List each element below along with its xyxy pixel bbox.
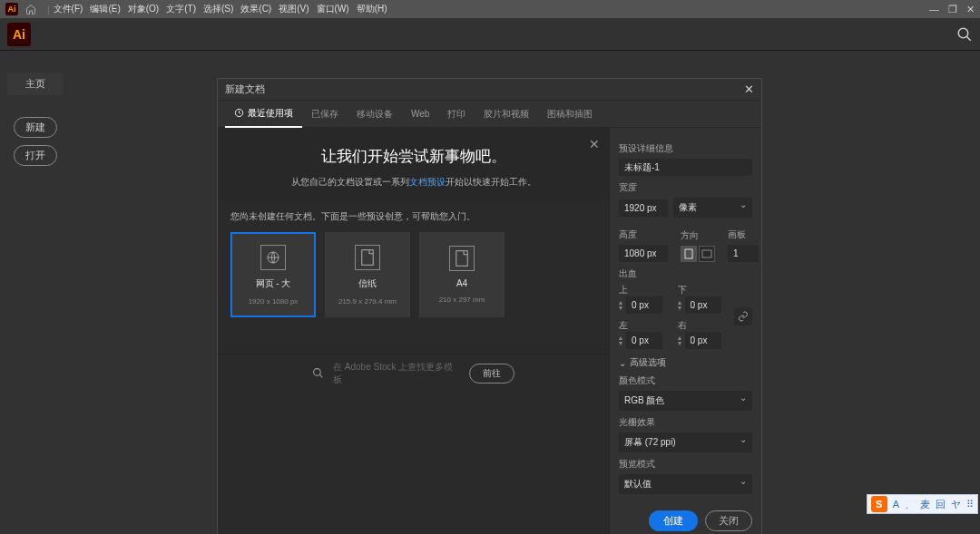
menu-select[interactable]: 选择(S) [203, 3, 233, 15]
doc-name-input[interactable] [619, 159, 752, 176]
raster-dropdown[interactable]: 屏幕 (72 ppi) [619, 432, 752, 452]
menu-help[interactable]: 帮助(H) [357, 3, 387, 15]
svg-line-7 [319, 374, 322, 377]
search-icon[interactable] [956, 26, 973, 43]
ime-item-2[interactable]: 回 [936, 498, 946, 511]
preset-details-panel: 预设详细信息 宽度 像素 高度 方向 [609, 128, 761, 534]
height-input[interactable] [619, 245, 668, 262]
details-header: 预设详细信息 [619, 142, 752, 155]
preset-web-large[interactable]: 网页 - 大 1920 x 1080 px [230, 232, 316, 317]
menubar: Ai | 文件(F) 编辑(E) 对象(O) 文字(T) 选择(S) 效果(C)… [0, 0, 980, 18]
app-toolbar: Ai [0, 18, 980, 51]
chevron-down-icon: ⌄ [619, 358, 626, 368]
bleed-left-label: 左 [619, 319, 669, 332]
window-controls: — ❐ ✕ [929, 4, 975, 15]
menu-effect[interactable]: 效果(C) [240, 3, 271, 15]
width-input[interactable] [619, 199, 668, 217]
hero-link[interactable]: 文档预设 [409, 177, 446, 187]
bleed-bottom-input[interactable] [685, 296, 721, 314]
ime-logo-icon[interactable]: S [871, 496, 887, 512]
dialog-titlebar: 新建文档 ✕ [218, 79, 761, 101]
tab-mobile[interactable]: 移动设备 [348, 101, 402, 128]
minimize-icon[interactable]: — [929, 4, 939, 15]
ime-mic-icon[interactable]: 麦 [920, 498, 930, 511]
menu-edit[interactable]: 编辑(E) [90, 3, 120, 15]
dialog-left: ✕ 让我们开始尝试新事物吧。 从您自己的文档设置或一系列文档预设开始以快速开始工… [218, 128, 609, 534]
tab-recent[interactable]: 最近使用项 [225, 101, 302, 128]
svg-point-6 [314, 369, 321, 376]
close-button[interactable]: 关闭 [705, 510, 752, 531]
menu-window[interactable]: 窗口(W) [317, 3, 349, 15]
svg-rect-8 [685, 249, 692, 258]
home-icon[interactable] [25, 4, 36, 15]
tab-saved[interactable]: 已保存 [302, 101, 348, 128]
dialog-title: 新建文档 [225, 83, 265, 96]
create-button[interactable]: 创建 [649, 510, 698, 531]
bleed-top-input[interactable] [626, 296, 662, 314]
svg-rect-4 [362, 249, 373, 265]
bleed-top-label: 上 [619, 284, 669, 296]
menu-view[interactable]: 视图(V) [279, 3, 309, 15]
orientation-portrait-icon[interactable] [681, 246, 697, 262]
ime-toolbar[interactable]: S A 、 麦 回 ヤ ⠿ [867, 494, 978, 514]
stock-placeholder[interactable]: 在 Adobe Stock 上查找更多模板 [333, 361, 460, 386]
left-panel: 主页 新建 打开 [7, 73, 62, 173]
instruction-text: 您尚未创建任何文档。下面是一些预设创意，可帮助您入门。 [218, 201, 609, 232]
ime-item-3[interactable]: ヤ [951, 498, 961, 511]
bleed-right-input[interactable] [685, 332, 721, 349]
bleed-label: 出血 [619, 267, 752, 280]
menu-type[interactable]: 文字(T) [166, 3, 196, 15]
open-button[interactable]: 打开 [14, 145, 57, 166]
ime-grip-icon[interactable]: ⠿ [966, 499, 974, 510]
hero-title: 让我们开始尝试新事物吧。 [240, 146, 587, 167]
preview-label: 预览模式 [619, 458, 752, 471]
stepper-icon[interactable]: ▴▾ [619, 335, 622, 346]
stock-search-bar: 在 Adobe Stock 上查找更多模板 前往 [218, 354, 609, 392]
app-logo-large-icon: Ai [7, 23, 31, 46]
svg-line-1 [966, 36, 971, 41]
orientation-label: 方向 [681, 229, 715, 242]
artboards-label: 画板 [728, 228, 759, 241]
stock-search-icon[interactable] [312, 367, 324, 379]
menu-object[interactable]: 对象(O) [128, 3, 159, 15]
orientation-landscape-icon[interactable] [699, 246, 715, 262]
new-button[interactable]: 新建 [14, 117, 57, 138]
tab-print[interactable]: 打印 [438, 101, 475, 128]
units-dropdown[interactable]: 像素 [673, 198, 752, 218]
height-label: 高度 [619, 228, 668, 241]
preview-dropdown[interactable]: 默认值 [619, 474, 752, 494]
tab-film[interactable]: 胶片和视频 [475, 101, 538, 128]
hero-text: 从您自己的文档设置或一系列文档预设开始以快速开始工作。 [240, 176, 587, 189]
tab-recent-label: 最近使用项 [248, 107, 293, 120]
color-mode-label: 颜色模式 [619, 374, 752, 387]
tab-web[interactable]: Web [402, 101, 438, 128]
advanced-toggle[interactable]: ⌄ 高级选项 [619, 356, 752, 369]
preset-a4[interactable]: A4 210 x 297 mm [419, 232, 505, 317]
web-preset-icon [260, 245, 286, 270]
hero-close-icon[interactable]: ✕ [589, 137, 600, 151]
dialog-tabs: 最近使用项 已保存 移动设备 Web 打印 胶片和视频 图稿和插图 [218, 101, 761, 128]
stepper-icon[interactable]: ▴▾ [678, 335, 681, 346]
maximize-icon[interactable]: ❐ [948, 4, 957, 15]
stepper-icon[interactable]: ▴▾ [678, 300, 681, 311]
home-tab[interactable]: 主页 [7, 73, 64, 95]
preset-letter[interactable]: 信纸 215.9 x 279.4 mm [325, 232, 410, 317]
svg-rect-5 [456, 251, 467, 267]
close-icon[interactable]: ✕ [966, 4, 975, 15]
color-mode-dropdown[interactable]: RGB 颜色 [619, 391, 752, 411]
raster-label: 光栅效果 [619, 416, 752, 429]
bleed-right-label: 右 [678, 319, 728, 332]
stepper-icon[interactable]: ▴▾ [619, 300, 622, 311]
artboards-input[interactable] [728, 245, 759, 262]
link-bleed-icon[interactable] [734, 307, 752, 325]
ime-lang[interactable]: A [893, 499, 899, 510]
dialog-close-icon[interactable]: ✕ [744, 83, 754, 96]
app-logo-icon: Ai [5, 3, 18, 15]
go-button[interactable]: 前往 [469, 364, 514, 384]
ime-item-0[interactable]: 、 [905, 498, 915, 511]
menu-file[interactable]: 文件(F) [54, 3, 83, 15]
a4-preset-icon [449, 246, 475, 271]
tab-art[interactable]: 图稿和插图 [538, 101, 602, 128]
bleed-left-input[interactable] [626, 332, 662, 349]
divider: | [47, 5, 50, 15]
